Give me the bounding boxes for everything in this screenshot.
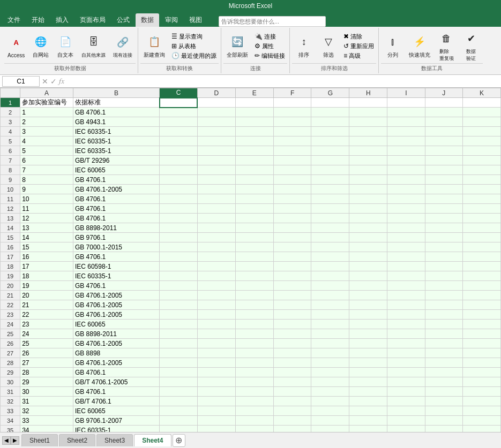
row-number[interactable]: 34 — [1, 416, 20, 426]
cell-a[interactable]: 19 — [20, 281, 73, 291]
cell-k[interactable] — [463, 127, 501, 136]
cell-k[interactable] — [463, 339, 501, 348]
cell-g[interactable] — [311, 175, 349, 185]
cell-d[interactable] — [197, 223, 235, 233]
cell-e[interactable] — [235, 204, 273, 214]
cell-a[interactable]: 33 — [20, 416, 73, 426]
cell-c[interactable] — [160, 146, 198, 156]
cell-h[interactable] — [349, 339, 387, 348]
cell-f[interactable] — [273, 387, 311, 397]
cell-c[interactable] — [160, 223, 198, 233]
cell-a[interactable]: 34 — [20, 426, 73, 432]
cell-a[interactable]: 16 — [20, 252, 73, 262]
cell-c[interactable] — [160, 185, 198, 194]
cell-j[interactable] — [425, 368, 463, 377]
cell-b[interactable]: GB 4706.1-2005 — [73, 291, 159, 300]
cell-f[interactable] — [273, 165, 311, 175]
cell-f[interactable] — [273, 368, 311, 377]
cell-e[interactable] — [235, 233, 273, 242]
cell-f[interactable] — [273, 348, 311, 358]
cell-d[interactable] — [197, 98, 235, 108]
cell-h[interactable] — [349, 214, 387, 223]
cell-f[interactable] — [273, 291, 311, 300]
cell-g[interactable] — [311, 223, 349, 233]
cell-a[interactable]: 20 — [20, 291, 73, 300]
row-number[interactable]: 12 — [1, 204, 20, 214]
cell-a[interactable]: 31 — [20, 397, 73, 406]
cell-j[interactable] — [425, 310, 463, 320]
cell-a[interactable]: 1 — [20, 108, 73, 117]
cell-j[interactable] — [425, 233, 463, 242]
cell-f[interactable] — [273, 136, 311, 146]
cell-g[interactable] — [311, 204, 349, 214]
cell-a[interactable]: 22 — [20, 310, 73, 320]
cell-a[interactable]: 12 — [20, 214, 73, 223]
row-number[interactable]: 28 — [1, 358, 20, 368]
tab-page-layout[interactable]: 页面布局 — [74, 13, 111, 27]
cell-i[interactable] — [387, 204, 425, 214]
cell-a[interactable]: 13 — [20, 223, 73, 233]
cell-k[interactable] — [463, 397, 501, 406]
cell-k[interactable] — [463, 320, 501, 329]
remove-dup-button[interactable]: 🗑 删除重复项 — [435, 29, 458, 63]
cell-c[interactable] — [160, 387, 198, 397]
col-header-a[interactable]: A — [20, 88, 73, 98]
cell-e[interactable] — [235, 262, 273, 271]
cell-i[interactable] — [387, 262, 425, 271]
cell-b[interactable]: GB 9706.1-2007 — [73, 416, 159, 426]
cell-h[interactable] — [349, 127, 387, 136]
cell-a[interactable]: 18 — [20, 271, 73, 281]
cell-j[interactable] — [425, 175, 463, 185]
row-number[interactable]: 11 — [1, 194, 20, 204]
cell-d[interactable] — [197, 406, 235, 416]
cell-i[interactable] — [387, 416, 425, 426]
cell-e[interactable] — [235, 136, 273, 146]
cell-d[interactable] — [197, 377, 235, 387]
row-number[interactable]: 3 — [1, 117, 20, 127]
cell-e[interactable] — [235, 377, 273, 387]
tab-formula[interactable]: 公式 — [111, 13, 135, 27]
cell-a[interactable]: 2 — [20, 117, 73, 127]
cell-k[interactable] — [463, 329, 501, 339]
cell-h[interactable] — [349, 194, 387, 204]
split-col-button[interactable]: ⫿ 分列 — [381, 32, 405, 60]
cell-c[interactable] — [160, 252, 198, 262]
cell-b[interactable]: GB 4706.1 — [73, 214, 159, 223]
cell-h[interactable] — [349, 320, 387, 329]
cell-reference[interactable] — [2, 76, 40, 87]
cell-i[interactable] — [387, 291, 425, 300]
cell-f[interactable] — [273, 377, 311, 387]
cell-j[interactable] — [425, 416, 463, 426]
advanced-button[interactable]: ≡ 高级 — [341, 51, 376, 60]
cell-j[interactable] — [425, 117, 463, 127]
cell-h[interactable] — [349, 329, 387, 339]
cell-g[interactable] — [311, 136, 349, 146]
cell-e[interactable] — [235, 416, 273, 426]
row-number[interactable]: 31 — [1, 387, 20, 397]
cell-j[interactable] — [425, 214, 463, 223]
cell-b[interactable]: IEC 60065 — [73, 165, 159, 175]
new-query-button[interactable]: 📋 新建查询 — [140, 32, 168, 60]
cell-g[interactable] — [311, 262, 349, 271]
row-number[interactable]: 33 — [1, 406, 20, 416]
cell-g[interactable] — [311, 358, 349, 368]
cell-g[interactable] — [311, 348, 349, 358]
cell-i[interactable] — [387, 252, 425, 262]
cell-a[interactable]: 29 — [20, 377, 73, 387]
cell-h[interactable] — [349, 416, 387, 426]
cell-i[interactable] — [387, 146, 425, 156]
sheet-scroll-left[interactable]: ◀ — [2, 436, 11, 445]
cell-i[interactable] — [387, 223, 425, 233]
cell-c[interactable] — [160, 214, 198, 223]
cell-k[interactable] — [463, 108, 501, 117]
cell-k[interactable] — [463, 156, 501, 165]
cell-d[interactable] — [197, 281, 235, 291]
cell-j[interactable] — [425, 98, 463, 108]
cell-c[interactable] — [160, 310, 198, 320]
cell-f[interactable] — [273, 223, 311, 233]
cell-i[interactable] — [387, 117, 425, 127]
edit-links-button[interactable]: ✏ 编辑链接 — [252, 51, 287, 60]
cell-d[interactable] — [197, 156, 235, 165]
cell-b[interactable]: GB 4706.1-2005 — [73, 358, 159, 368]
cell-d[interactable] — [197, 387, 235, 397]
